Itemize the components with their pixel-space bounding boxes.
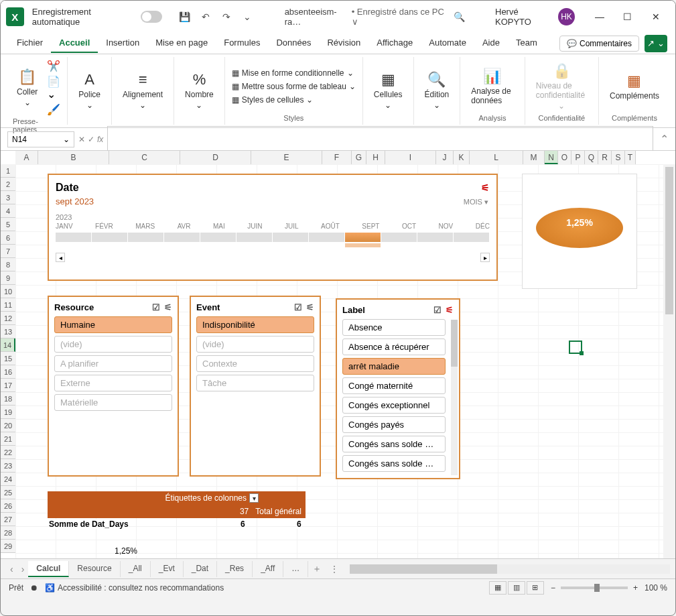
event-slicer-item[interactable]: Contexte [196, 355, 314, 372]
multiselect-icon[interactable]: ☑ [433, 305, 442, 315]
label-slicer-item[interactable]: Congés sans solde … [342, 436, 446, 452]
name-box[interactable]: N14⌄ [7, 131, 74, 147]
maximize-button[interactable]: ☐ [614, 7, 642, 27]
analyze-button[interactable]: 📊Analyse de données [467, 66, 517, 107]
formula-bar[interactable] [107, 126, 653, 153]
event-slicer-item[interactable]: (vide) [196, 336, 314, 353]
row-header-17[interactable]: 17 [1, 379, 15, 392]
row-header-29[interactable]: 29 [1, 540, 15, 553]
column-header-H[interactable]: H [366, 151, 385, 164]
redo-icon[interactable]: ↷ [220, 10, 232, 23]
paste-button[interactable]: 📋Coller⌄ [13, 67, 42, 109]
cut-icon[interactable]: ✂️ [47, 60, 60, 72]
label-slicer-item[interactable]: Congés sans solde … [342, 455, 446, 472]
timeline-segment[interactable] [345, 233, 381, 242]
normal-view-button[interactable]: ▦ [489, 581, 506, 595]
tab-données[interactable]: Données [268, 34, 319, 53]
enter-formula-icon[interactable]: ✓ [88, 135, 94, 144]
sheet-tab-Resource[interactable]: Resource [69, 561, 120, 577]
column-header-T[interactable]: T [625, 151, 636, 164]
row-header-7[interactable]: 7 [1, 245, 15, 258]
row-header-5[interactable]: 5 [1, 218, 15, 231]
column-header-R[interactable]: R [598, 151, 612, 164]
sheet-tab-[interactable]: … [283, 561, 308, 577]
user-avatar[interactable]: HK [558, 8, 575, 25]
resource-slicer-item[interactable]: (vide) [54, 336, 172, 353]
cells-button[interactable]: ▦Cellules⌄ [370, 70, 407, 111]
row-header-27[interactable]: 27 [1, 513, 15, 526]
row-header-15[interactable]: 15 [1, 352, 15, 365]
timeline-scroll-left[interactable]: ◂ [56, 253, 65, 262]
label-slicer-item[interactable]: Absence à récupérer [342, 338, 446, 355]
sheet-tab-_Aff[interactable]: _Aff [253, 561, 283, 577]
label-slicer-scrollbar[interactable] [451, 320, 458, 475]
column-header-C[interactable]: C [109, 151, 180, 164]
clear-filter-icon[interactable]: ⚟ [446, 305, 454, 315]
tab-team[interactable]: Team [508, 34, 545, 53]
column-header-B[interactable]: B [38, 151, 109, 164]
column-header-E[interactable]: E [251, 151, 322, 164]
share-button[interactable]: ↗ ⌄ [645, 35, 667, 52]
save-icon[interactable]: 💾 [178, 10, 191, 23]
row-header-19[interactable]: 19 [1, 406, 15, 419]
row-header-26[interactable]: 26 [1, 499, 15, 513]
column-header-O[interactable]: O [558, 151, 571, 164]
close-button[interactable]: ✕ [642, 7, 670, 27]
timeline-segment[interactable] [417, 233, 453, 242]
date-timeline-slicer[interactable]: Date⚟ sept 2023 MOIS ▾ 2023 JANVFÉVRMARS… [48, 174, 498, 281]
label-slicer-item[interactable]: Absence [342, 319, 446, 336]
tab-révision[interactable]: Révision [319, 34, 368, 53]
row-header-13[interactable]: 13 [1, 325, 15, 338]
column-header-L[interactable]: L [470, 151, 523, 164]
expand-formula-bar-icon[interactable]: ⌃ [660, 133, 669, 145]
cancel-formula-icon[interactable]: ✕ [78, 135, 85, 144]
label-slicer[interactable]: Label ☑⚟ AbsenceAbsence à récupérerarrêt… [336, 298, 460, 479]
row-header-4[interactable]: 4 [1, 204, 15, 218]
row-header-6[interactable]: 6 [1, 231, 15, 245]
event-slicer-item[interactable]: Tâche [196, 375, 314, 391]
row-header-10[interactable]: 10 [1, 285, 15, 298]
row-header-21[interactable]: 21 [1, 432, 15, 446]
row-header-12[interactable]: 12 [1, 312, 15, 325]
page-break-view-button[interactable]: ⊞ [527, 581, 544, 595]
autosave-toggle[interactable] [141, 11, 162, 23]
multiselect-icon[interactable]: ☑ [294, 302, 302, 312]
tab-accueil[interactable]: Accueil [51, 34, 98, 53]
saved-location[interactable]: • Enregistré dans ce PC ∨ [352, 7, 449, 27]
timeline-segment[interactable] [309, 233, 344, 242]
row-header-22[interactable]: 22 [1, 446, 15, 459]
sheet-tab-_Evt[interactable]: _Evt [151, 561, 184, 577]
pie-chart[interactable]: 1,25% [522, 174, 637, 289]
row-header-11[interactable]: 11 [1, 298, 15, 312]
undo-icon[interactable]: ↶ [199, 10, 212, 23]
resource-slicer-item[interactable]: Externe [54, 375, 172, 391]
column-header-D[interactable]: D [180, 151, 251, 164]
timeline-segment[interactable] [381, 233, 417, 242]
row-header-25[interactable]: 25 [1, 486, 15, 499]
column-header-K[interactable]: K [454, 151, 470, 164]
sheet-menu[interactable]: ⋮ [326, 564, 343, 574]
column-header-Q[interactable]: Q [585, 151, 598, 164]
column-header-S[interactable]: S [612, 151, 625, 164]
row-header-18[interactable]: 18 [1, 392, 15, 406]
font-button[interactable]: APolice⌄ [74, 70, 105, 111]
horizontal-scrollbar[interactable] [350, 564, 670, 574]
timeline-segment[interactable] [164, 233, 200, 242]
column-header-F[interactable]: F [322, 151, 352, 164]
comments-button[interactable]: 💬 Commentaires [559, 36, 639, 52]
column-header-M[interactable]: M [523, 151, 545, 164]
column-header-N[interactable]: N [545, 151, 558, 164]
timeline-segment[interactable] [128, 233, 163, 242]
accessibility-icon[interactable]: ♿ [45, 583, 55, 593]
qat-more-icon[interactable]: ⌄ [241, 10, 254, 23]
cell-styles-button[interactable]: ▦ Styles de cellules ⌄ [232, 95, 356, 105]
clear-filter-icon[interactable]: ⚟ [306, 302, 314, 312]
tab-automate[interactable]: Automate [421, 34, 474, 53]
tab-affichage[interactable]: Affichage [368, 34, 421, 53]
label-slicer-item[interactable]: Congés exceptionnel [342, 397, 446, 414]
multiselect-icon[interactable]: ☑ [152, 302, 160, 312]
tab-aide[interactable]: Aide [474, 34, 508, 53]
editing-button[interactable]: 🔍Édition⌄ [421, 70, 454, 111]
fx-icon[interactable]: fx [97, 135, 103, 144]
label-slicer-item[interactable]: arrêt maladie [342, 358, 446, 375]
